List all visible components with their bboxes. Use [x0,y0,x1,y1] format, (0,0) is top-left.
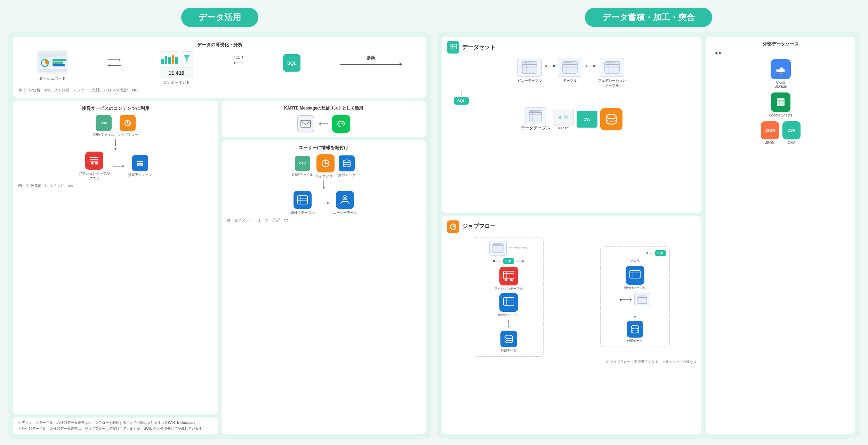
csv-label: CSVファイル [93,132,114,137]
cloud-storage-group: Cloud Storage [771,59,791,88]
svg-rect-4 [53,59,66,61]
viz-title: データの可視化・分析 [19,42,420,48]
federation-label: フェデレーション テーブル [598,78,626,88]
left-panel: データの可視化・分析 [8,32,431,439]
svg-rect-36 [298,198,307,199]
jf-action-label: アクションテーブル [495,286,523,291]
svg-rect-65 [529,114,542,115]
svg-rect-12 [172,55,174,64]
csv-ext-group: CSV CSV [782,121,801,145]
svg-rect-28 [301,120,311,127]
svg-text:データテーブル: データテーブル [638,296,645,298]
svg-point-30 [339,123,340,124]
user-data-label: ユーザーデータ [333,210,357,215]
right-header: データ蓄積・加工・突合 [437,6,860,29]
reception-action-label: 接客アクション [128,172,152,177]
right-panel: データセット [437,32,860,439]
ext-sources-title: 外部データソース [711,41,850,47]
svg-rect-19 [90,159,98,160]
dashboard-label: ダッシュボード [39,76,66,81]
cloud-storage-label: Cloud Storage [774,81,787,88]
svg-rect-20 [90,161,98,162]
svg-point-71 [606,114,616,119]
link-table-label: 紐付けテーブル [290,210,315,215]
svg-rect-9 [161,59,164,64]
jobflow-panel: ジョブフロー [442,216,701,434]
jobflow-title: ジョブフロー [462,223,496,230]
jobflow2-group: ジョブフロー [315,154,336,179]
svg-rect-49 [526,62,527,73]
svg-rect-48 [522,67,537,68]
svg-point-40 [344,197,346,199]
orange-db-group [600,108,622,130]
svg-rect-18 [90,157,98,158]
google-sheets-label: Google Sheets [769,113,792,117]
csv-file-group: CSV CSVファイル [93,115,114,137]
jf-link-label: 紐付けテーブル [498,313,520,317]
svg-rect-78 [506,271,507,279]
component-label: コンポーネント [163,80,190,85]
svg-rect-76 [504,271,514,279]
note4: ※ アクションテーブルへの外部データ連携はジョブフローを利用することで可能になり… [17,420,214,425]
json-group: JSON JSON [761,121,779,145]
karte-msg-title: KARTE Messageの配信リストとして活用 [226,105,421,111]
chart-number: 11,410 [168,70,184,76]
jf-ext2-label: 外部データ [627,339,643,343]
svg-rect-80 [510,279,513,281]
svg-rect-53 [563,66,577,66]
user-link-panel: ユーザーに情報を紐付け CSV CSVファイル [222,140,426,434]
jf-link2-label: 紐付けテーブル [624,286,646,290]
sql-badge: SQL [283,54,300,72]
svg-rect-93 [777,73,779,74]
svg-rect-42 [450,46,456,47]
svg-rect-77 [504,273,514,274]
svg-rect-60 [605,67,619,68]
dataset-title: データセット [462,44,496,51]
svg-text:K: K [558,115,562,120]
query-label: クエリ [232,55,244,60]
svg-point-34 [343,160,350,163]
jobflow-group: ジョブフロー [117,115,138,137]
svg-rect-83 [506,298,507,305]
svg-rect-13 [175,57,178,64]
svg-rect-99 [777,102,785,102]
svg-point-32 [342,123,343,124]
jf-query-label: クエリ [630,259,640,263]
svg-rect-54 [563,67,577,68]
jf-ext-label: 外部データ [501,348,516,353]
jf-dt-label: データテーブル [509,246,528,250]
svg-rect-61 [609,62,609,73]
action-table-label: アクションテーブル クエリ [79,171,110,181]
ext-data-label: 外部データ [338,173,355,178]
csv-ext-label: CSV [788,141,795,145]
svg-rect-64 [529,112,542,113]
svg-rect-52 [563,64,577,65]
svg-text:データテーブル: データテーブル [606,62,616,63]
svg-rect-47 [522,66,537,66]
dashboard-group: ダッシュボード [37,51,68,81]
svg-rect-101 [779,98,780,106]
service-panel: 接客サービスのコンテンツに利用 CSV CSVファイル [13,101,218,414]
svg-rect-87 [633,270,633,278]
table-group: データテーブル テーブル [558,58,582,83]
svg-text:データテーブル: データテーブル [530,111,539,112]
csv-r-group: CSV [577,111,597,128]
karte-label: KARTE [558,127,569,130]
svg-rect-1 [39,53,66,57]
csv2-group: CSV CSVファイル [292,156,313,177]
svg-rect-74 [493,245,503,246]
svg-rect-10 [165,56,167,64]
federation-table-group: データテーブル フェデレーション テーブル [598,58,626,88]
jobflow-note: ※ ジョブフロー：実行単位となる、一連のジョブの連なり [447,359,697,364]
svg-rect-79 [505,279,507,281]
right-sql-badge: SQL [454,97,469,105]
user-note: 例：セグメント、ユーザー分析、etc... [226,218,421,223]
svg-rect-11 [168,57,171,64]
svg-rect-43 [452,44,453,49]
svg-rect-37 [298,200,307,201]
svg-rect-22 [95,162,98,164]
svg-rect-95 [783,73,785,74]
karte-msg-panel: KARTE Messageの配信リストとして活用 [222,101,426,137]
user-data-group: ユーザーデータ [333,191,357,215]
viz-note: 例：LTV分析、A/Bテスト分析、アンケート集計、UU,PV,SS集計、etc.… [19,88,420,93]
